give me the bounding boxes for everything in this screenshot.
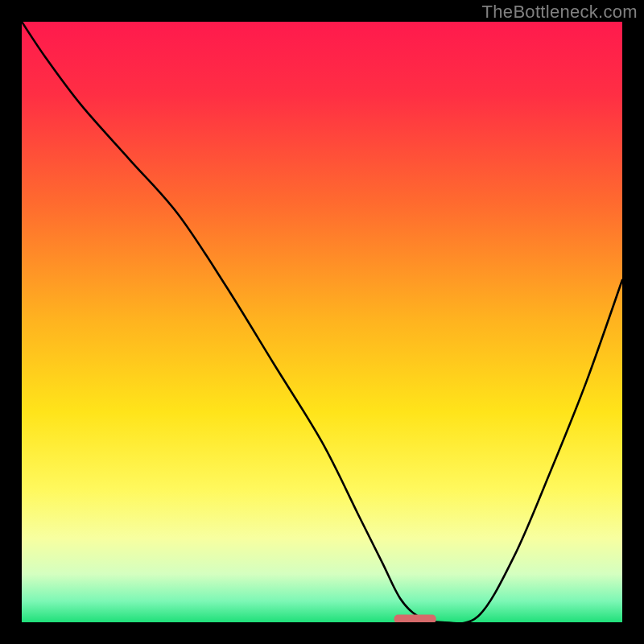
plot-area <box>22 22 622 622</box>
watermark-text: TheBottleneck.com <box>482 2 638 23</box>
chart-frame: TheBottleneck.com <box>0 0 644 644</box>
chart-svg <box>22 22 622 622</box>
optimal-marker <box>394 615 436 622</box>
gradient-background <box>22 22 622 622</box>
